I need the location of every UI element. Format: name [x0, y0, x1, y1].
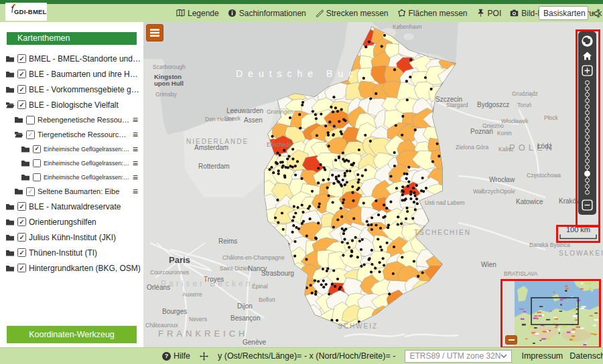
- layer-checkbox[interactable]: ✓: [17, 100, 26, 109]
- layer-checkbox[interactable]: ✓: [17, 264, 26, 272]
- layer-tree-item-einheimische-gefl-gelrassen-g-nse[interactable]: ✓Einheimische Geflügelrassen: Gänse≡: [0, 142, 143, 156]
- layer-tree-item-einheimische-gefl-gelrassen-puten[interactable]: Einheimische Geflügelrassen: Puten≡: [0, 156, 143, 170]
- zoom-tick[interactable]: [585, 153, 590, 157]
- map-label-pinal: Épinal: [252, 283, 268, 290]
- folder-open-icon[interactable]: [14, 130, 23, 139]
- layer-checkbox[interactable]: ✓: [17, 233, 26, 242]
- layer-tree-item-ble-vorkommensgebiete-gebietse[interactable]: ✓BLE - Vorkommensgebiete gebietse...: [0, 82, 143, 97]
- zoom-tick[interactable]: [585, 190, 590, 195]
- folder-closed-icon[interactable]: [5, 55, 15, 63]
- basemap-button[interactable]: Basiskarten: [539, 6, 588, 20]
- layer-checkbox[interactable]: ✓: [17, 70, 26, 78]
- layer-checkbox[interactable]: ✓: [33, 145, 41, 153]
- zoom-tick[interactable]: [585, 80, 590, 85]
- crs-select[interactable]: ETRS89 / UTM zone 32N: [405, 350, 512, 363]
- map-label-ch-lons-en-champagne: Châlons-en-Champagne: [222, 254, 285, 261]
- folder-closed-icon[interactable]: [14, 116, 23, 124]
- link-datenschutz[interactable]: Datenschutz: [570, 351, 603, 361]
- folder-closed-icon[interactable]: [21, 173, 30, 181]
- folder-closed-icon[interactable]: [5, 264, 15, 272]
- zoom-slider-handle[interactable]: [584, 171, 590, 177]
- zoom-tick[interactable]: [585, 104, 590, 109]
- zoom-tick[interactable]: [585, 98, 590, 103]
- overview-map[interactable]: [501, 280, 600, 347]
- layer-menu-icon[interactable]: ≡: [133, 115, 138, 124]
- zoom-tick[interactable]: [585, 178, 590, 183]
- layer-menu-icon[interactable]: ≡: [133, 145, 138, 154]
- layer-checkbox[interactable]: [33, 173, 41, 181]
- sidebar-toggle-button[interactable]: [146, 24, 163, 41]
- help-link[interactable]: ? Hilfe: [162, 351, 190, 361]
- layer-checkbox[interactable]: ✓: [17, 248, 26, 257]
- layer-tree-item-rebengenetische-ressourcen[interactable]: Rebengenetische Ressourcen ...≡: [0, 112, 143, 127]
- layer-tree-item-einheimische-gefl-gelrassen-enten[interactable]: Einheimische Geflügelrassen: Enten≡: [0, 170, 143, 184]
- layer-tree-item-ble-baumarten-und-ihre-herkunft[interactable]: ✓BLE - Baumarten und ihre Herkunft...: [0, 66, 143, 82]
- layer-checkbox[interactable]: [33, 159, 41, 167]
- layer-tree-item-julius-k-hn-institut-jki[interactable]: ✓Julius Kühn-Institut (JKI): [0, 230, 143, 245]
- folder-closed-icon[interactable]: [5, 70, 15, 78]
- map-label-belfort: Belfort: [259, 296, 275, 303]
- layer-tree-item-seltene-baumarten-eibe[interactable]: ✓Seltene Baumarten: Eibe≡: [0, 184, 143, 199]
- zoom-tick[interactable]: [585, 184, 590, 189]
- layer-tree-item-th-nen-institut-ti[interactable]: ✓Thünen-Institut (TI): [0, 245, 143, 260]
- layer-checkbox[interactable]: ✓: [26, 187, 35, 196]
- menu-item-sachinformationen[interactable]: Sachinformationen: [228, 9, 306, 18]
- map-label-usti-nad-labem: Usti nad Labem: [425, 199, 465, 206]
- layer-checkbox[interactable]: [26, 116, 35, 124]
- folder-closed-icon[interactable]: [5, 218, 15, 226]
- zoom-slider[interactable]: [584, 80, 590, 195]
- folder-closed-icon[interactable]: [21, 159, 30, 167]
- folder-closed-icon[interactable]: [5, 203, 15, 211]
- layer-menu-icon[interactable]: ≡: [133, 159, 138, 168]
- folder-closed-icon[interactable]: [21, 145, 30, 153]
- menu-item-poi[interactable]: POI: [476, 9, 502, 18]
- layer-tree-item-ble-biologische-vielfalt[interactable]: ✓BLE - Biologische Vielfalt: [0, 97, 143, 112]
- menu-item-fl-chen-messen[interactable]: Flächen messen: [397, 9, 468, 18]
- menu-item-strecken-messen[interactable]: Strecken messen: [315, 9, 389, 18]
- layer-checkbox[interactable]: ✓: [26, 130, 35, 139]
- overview-canvas[interactable]: [515, 280, 599, 347]
- folder-closed-icon[interactable]: [5, 234, 15, 242]
- zoom-tick[interactable]: [585, 165, 590, 169]
- layer-menu-icon[interactable]: ≡: [133, 130, 138, 139]
- layer-tree-item-hintergrundkarten-bkg-osm[interactable]: ✓Hintergrundkarten (BKG, OSM): [0, 260, 143, 276]
- globe-button[interactable]: [580, 34, 595, 48]
- zoom-tick[interactable]: [585, 147, 590, 151]
- overview-collapse-button[interactable]: [505, 335, 517, 345]
- map-area[interactable]: Deutsche BuchtKøbenhavnNIEDERLANDELeeuwa…: [143, 22, 603, 347]
- zoom-tick[interactable]: [585, 159, 590, 163]
- chevron-down-icon: [500, 354, 507, 358]
- folder-closed-icon[interactable]: [5, 249, 15, 257]
- zoom-in-button[interactable]: [580, 64, 595, 77]
- link-impressum[interactable]: Impressum: [521, 351, 563, 361]
- layer-menu-icon[interactable]: ≡: [133, 187, 138, 196]
- app-logo[interactable]: GDI-BMEL: [5, 3, 47, 21]
- layer-tree-item-orientierungshilfen[interactable]: ✓Orientierungshilfen: [0, 214, 143, 230]
- zoom-tick[interactable]: [585, 86, 590, 91]
- share-icon[interactable]: [591, 9, 600, 18]
- zoom-tick[interactable]: [585, 116, 590, 121]
- map-label-besan-on: Besançon: [230, 314, 260, 322]
- layer-tree-item-bmel-bmel-standorte-und-stand[interactable]: ✓BMEL - BMEL-Standorte und Stand...: [0, 51, 143, 66]
- folder-closed-icon[interactable]: [5, 86, 15, 94]
- map-label-bansk-bystrica: Banská Bystrica: [529, 242, 570, 248]
- zoom-tick[interactable]: [585, 134, 590, 139]
- layer-checkbox[interactable]: ✓: [17, 217, 26, 226]
- zoom-tick[interactable]: [585, 110, 590, 115]
- layer-tree-item-ble-naturwaldreservate[interactable]: ✓BLE - Naturwaldreservate: [0, 199, 143, 214]
- zoom-tick[interactable]: [585, 92, 590, 97]
- zoom-tick[interactable]: [585, 141, 590, 145]
- folder-closed-icon[interactable]: [14, 187, 23, 195]
- folder-open-icon[interactable]: [5, 101, 15, 109]
- zoom-tick[interactable]: [585, 122, 590, 127]
- coordinates-tool-button[interactable]: Koordinaten-Werkzeug: [7, 326, 137, 343]
- zoom-out-button[interactable]: [580, 198, 595, 211]
- layer-menu-icon[interactable]: ≡: [133, 173, 138, 182]
- layer-checkbox[interactable]: ✓: [17, 85, 26, 94]
- menu-item-legende[interactable]: Legende: [176, 9, 219, 18]
- layer-tree-item-tiergenetische-ressourcen-2013[interactable]: ✓Tiergenetische Ressourcen 2013≡: [0, 127, 143, 142]
- home-button[interactable]: [580, 49, 595, 62]
- zoom-tick[interactable]: [585, 128, 590, 133]
- layer-checkbox[interactable]: ✓: [17, 202, 26, 211]
- layer-checkbox[interactable]: ✓: [17, 54, 26, 63]
